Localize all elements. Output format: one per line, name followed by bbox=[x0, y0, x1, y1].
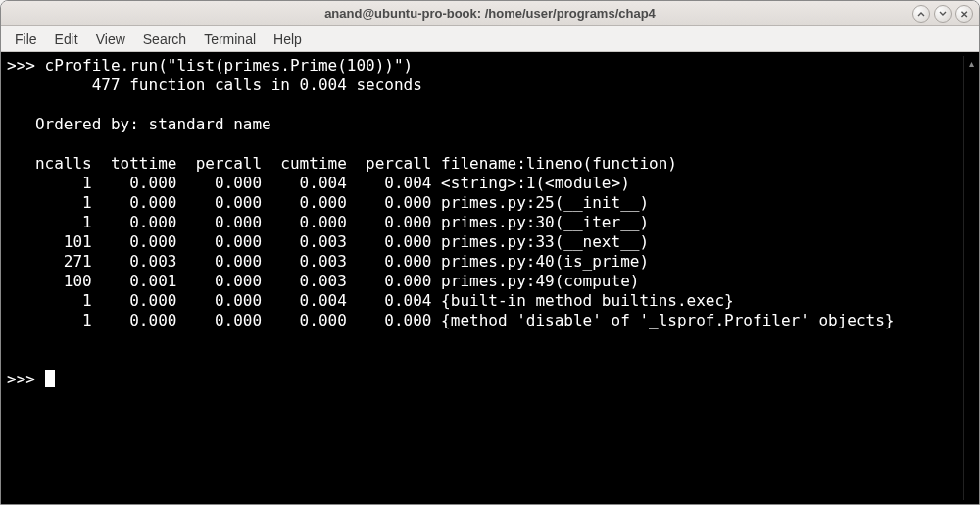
terminal-viewport[interactable]: >>> cProfile.run("list(primes.Prime(100)… bbox=[1, 52, 979, 504]
menu-terminal[interactable]: Terminal bbox=[196, 29, 264, 49]
menu-file[interactable]: File bbox=[7, 29, 45, 49]
minimize-icon bbox=[916, 9, 926, 19]
scroll-up-icon[interactable]: ▴ bbox=[964, 56, 978, 70]
prompt-symbol: >>> bbox=[7, 370, 45, 388]
cursor-icon bbox=[45, 370, 55, 387]
maximize-icon bbox=[938, 9, 948, 19]
minimize-button[interactable] bbox=[912, 5, 930, 23]
window-controls: ✕ bbox=[912, 5, 973, 23]
terminal-window: anand@ubuntu-pro-book: /home/user/progra… bbox=[0, 0, 980, 505]
maximize-button[interactable] bbox=[934, 5, 952, 23]
close-icon: ✕ bbox=[960, 9, 968, 20]
close-button[interactable]: ✕ bbox=[956, 5, 973, 23]
menubar: File Edit View Search Terminal Help bbox=[1, 26, 979, 52]
menu-search[interactable]: Search bbox=[135, 29, 194, 49]
terminal-prompt-line[interactable]: >>> bbox=[7, 370, 973, 389]
menu-help[interactable]: Help bbox=[266, 29, 310, 49]
window-title: anand@ubuntu-pro-book: /home/user/progra… bbox=[324, 6, 656, 21]
menu-edit[interactable]: Edit bbox=[47, 29, 86, 49]
window-titlebar: anand@ubuntu-pro-book: /home/user/progra… bbox=[1, 1, 979, 26]
scrollbar[interactable]: ▴ bbox=[963, 56, 977, 500]
menu-view[interactable]: View bbox=[88, 29, 133, 49]
terminal-output: >>> cProfile.run("list(primes.Prime(100)… bbox=[7, 56, 973, 389]
